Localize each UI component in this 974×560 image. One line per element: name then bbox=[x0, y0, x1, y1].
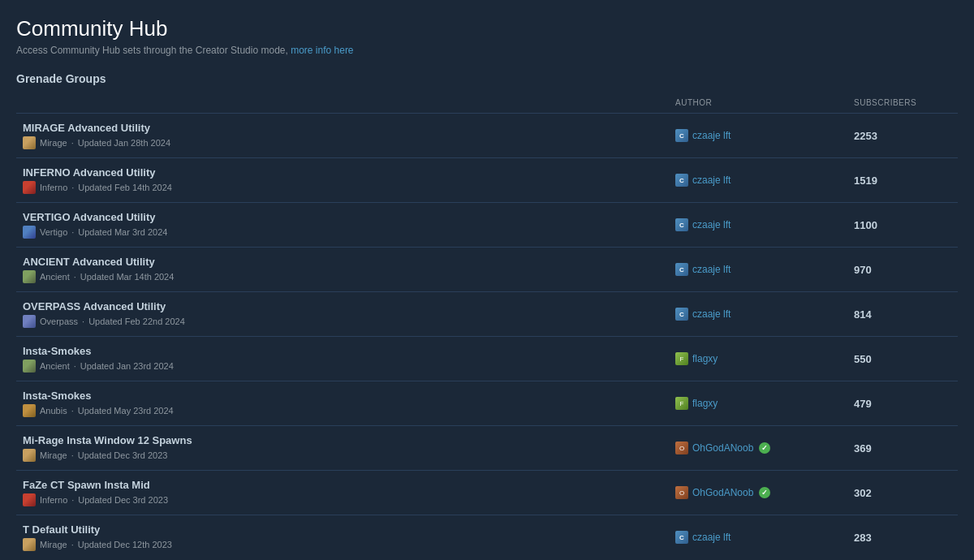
subscriber-count: 1100 bbox=[854, 219, 951, 231]
map-name: Vertigo bbox=[40, 227, 67, 237]
partner-icon: ✓ bbox=[759, 487, 770, 498]
map-icon bbox=[23, 181, 36, 194]
author-row: F flagxy bbox=[675, 352, 854, 365]
map-name: Mirage bbox=[40, 138, 67, 148]
table-row[interactable]: OVERPASS Advanced Utility Overpass · Upd… bbox=[16, 291, 958, 336]
item-name: Mi-Rage Insta Window 12 Spawns bbox=[23, 434, 675, 446]
author-name: flagxy bbox=[692, 353, 718, 364]
author-row: C czaaje lft bbox=[675, 263, 854, 276]
item-subscribers-col: 1100 bbox=[854, 219, 951, 231]
item-meta: Inferno · Updated Feb 14th 2024 bbox=[23, 181, 675, 194]
item-main: Mi-Rage Insta Window 12 Spawns Mirage · … bbox=[23, 434, 675, 462]
item-meta: Mirage · Updated Dec 3rd 2023 bbox=[23, 449, 675, 462]
item-meta: Inferno · Updated Dec 3rd 2023 bbox=[23, 493, 675, 506]
updated-date: Updated Dec 3rd 2023 bbox=[78, 495, 168, 505]
map-name: Overpass bbox=[40, 317, 78, 326]
subtitle-text: Access Community Hub sets through the Cr… bbox=[16, 45, 288, 56]
updated-date: Updated Jan 23rd 2024 bbox=[80, 361, 174, 371]
item-meta: Mirage · Updated Jan 28th 2024 bbox=[23, 136, 675, 149]
item-main: VERTIGO Advanced Utility Vertigo · Updat… bbox=[23, 211, 675, 239]
table-row[interactable]: FaZe CT Spawn Insta Mid Inferno · Update… bbox=[16, 470, 958, 515]
item-meta: Ancient · Updated Mar 14th 2024 bbox=[23, 270, 675, 283]
updated-date: Updated Feb 22nd 2024 bbox=[88, 317, 185, 326]
subscriber-count: 1519 bbox=[854, 174, 951, 187]
subscriber-count: 2253 bbox=[854, 130, 951, 142]
table-row[interactable]: T Default Utility Mirage · Updated Dec 1… bbox=[16, 515, 958, 559]
map-name: Ancient bbox=[40, 361, 70, 371]
item-main: INFERNO Advanced Utility Inferno · Updat… bbox=[23, 166, 675, 194]
item-subscribers-col: 302 bbox=[854, 487, 951, 499]
item-name: ANCIENT Advanced Utility bbox=[23, 256, 675, 268]
table-row[interactable]: MIRAGE Advanced Utility Mirage · Updated… bbox=[16, 113, 958, 157]
table-row[interactable]: ANCIENT Advanced Utility Ancient · Updat… bbox=[16, 247, 958, 291]
item-subscribers-col: 369 bbox=[854, 442, 951, 454]
map-icon bbox=[23, 226, 36, 239]
updated-date: Updated Dec 12th 2023 bbox=[78, 540, 172, 549]
updated-date: Updated Mar 14th 2024 bbox=[80, 272, 175, 282]
table-row[interactable]: Insta-Smokes Ancient · Updated Jan 23rd … bbox=[16, 336, 958, 381]
map-icon bbox=[23, 360, 36, 373]
items-list: MIRAGE Advanced Utility Mirage · Updated… bbox=[16, 113, 958, 559]
author-avatar: F bbox=[675, 397, 688, 410]
item-author-col: C czaaje lft bbox=[675, 174, 854, 187]
author-avatar: O bbox=[675, 486, 688, 499]
meta-separator: · bbox=[74, 272, 76, 282]
item-subscribers-col: 2253 bbox=[854, 130, 951, 142]
item-author-col: C czaaje lft bbox=[675, 531, 854, 544]
author-avatar: O bbox=[675, 442, 688, 454]
map-icon bbox=[23, 270, 36, 283]
subscriber-count: 302 bbox=[854, 487, 951, 499]
item-author-col: O OhGodANoob ✓ bbox=[675, 442, 854, 454]
author-row: O OhGodANoob ✓ bbox=[675, 442, 854, 454]
subscriber-count: 283 bbox=[854, 532, 951, 544]
item-main: Insta-Smokes Anubis · Updated May 23rd 2… bbox=[23, 390, 675, 417]
map-name: Ancient bbox=[40, 272, 70, 282]
author-row: F flagxy bbox=[675, 397, 854, 410]
col-header-author: AUTHOR bbox=[675, 98, 854, 110]
item-meta: Overpass · Updated Feb 22nd 2024 bbox=[23, 315, 675, 328]
map-name: Inferno bbox=[40, 495, 67, 505]
item-subscribers-col: 1519 bbox=[854, 174, 951, 187]
items-table: AUTHOR SUBSCRIBERS bbox=[16, 95, 958, 113]
item-main: ANCIENT Advanced Utility Ancient · Updat… bbox=[23, 256, 675, 283]
map-name: Mirage bbox=[40, 450, 67, 460]
map-icon bbox=[23, 315, 36, 328]
item-author-col: C czaaje lft bbox=[675, 129, 854, 142]
item-name: FaZe CT Spawn Insta Mid bbox=[23, 479, 675, 491]
item-author-col: F flagxy bbox=[675, 352, 854, 365]
section-title: Grenade Groups bbox=[16, 72, 958, 88]
author-name: OhGodANoob bbox=[692, 487, 753, 498]
more-info-link[interactable]: more info here bbox=[291, 45, 353, 56]
author-row: C czaaje lft bbox=[675, 174, 854, 187]
subscriber-count: 550 bbox=[854, 353, 951, 365]
table-row[interactable]: VERTIGO Advanced Utility Vertigo · Updat… bbox=[16, 202, 958, 247]
page-title: Community Hub bbox=[16, 16, 958, 41]
author-row: C czaaje lft bbox=[675, 308, 854, 321]
map-icon bbox=[23, 538, 36, 551]
col-header-subscribers: SUBSCRIBERS bbox=[854, 98, 951, 110]
item-author-col: C czaaje lft bbox=[675, 218, 854, 231]
subscriber-count: 479 bbox=[854, 398, 951, 410]
author-row: C czaaje lft bbox=[675, 218, 854, 231]
author-name: czaaje lft bbox=[692, 532, 730, 543]
author-name: czaaje lft bbox=[692, 219, 730, 230]
item-subscribers-col: 283 bbox=[854, 532, 951, 544]
page-container: Community Hub Access Community Hub sets … bbox=[0, 0, 974, 560]
table-row[interactable]: Insta-Smokes Anubis · Updated May 23rd 2… bbox=[16, 381, 958, 425]
partner-icon: ✓ bbox=[759, 442, 770, 454]
item-subscribers-col: 970 bbox=[854, 264, 951, 276]
updated-date: Updated Feb 14th 2024 bbox=[78, 183, 172, 192]
item-author-col: F flagxy bbox=[675, 397, 854, 410]
table-row[interactable]: Mi-Rage Insta Window 12 Spawns Mirage · … bbox=[16, 425, 958, 470]
map-name: Inferno bbox=[40, 183, 67, 192]
meta-separator: · bbox=[74, 361, 76, 371]
item-author-col: C czaaje lft bbox=[675, 263, 854, 276]
map-icon bbox=[23, 449, 36, 462]
table-row[interactable]: INFERNO Advanced Utility Inferno · Updat… bbox=[16, 157, 958, 202]
item-subscribers-col: 479 bbox=[854, 398, 951, 410]
item-subscribers-col: 550 bbox=[854, 353, 951, 365]
subscriber-count: 970 bbox=[854, 264, 951, 276]
meta-separator: · bbox=[71, 540, 74, 549]
author-name: czaaje lft bbox=[692, 130, 730, 141]
author-avatar: C bbox=[675, 263, 688, 276]
